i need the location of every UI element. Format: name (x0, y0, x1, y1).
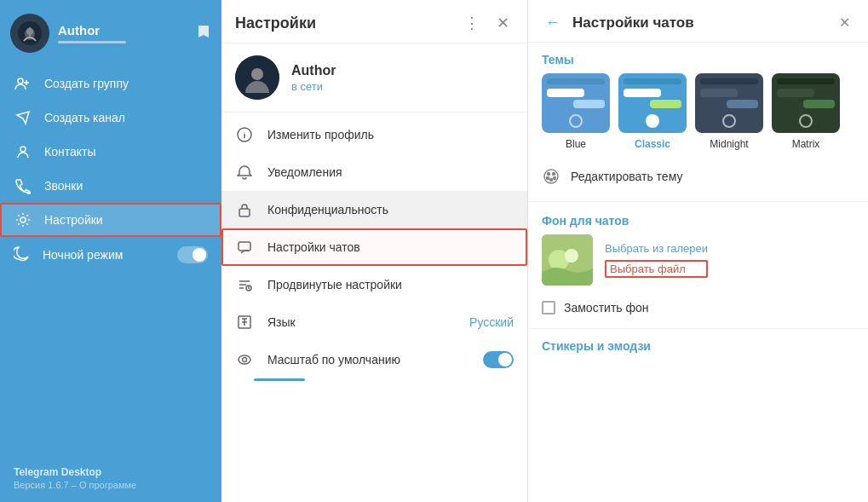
bg-row: Выбрать из галереи Выбрать файл (528, 234, 868, 296)
chat-settings-title: Настройки чатов (572, 14, 826, 32)
svg-point-17 (547, 177, 549, 180)
menu-label: Язык (267, 315, 456, 329)
theme-matrix-label: Matrix (792, 138, 820, 150)
themes-section-label: Темы (528, 43, 868, 73)
sidebar-bottom: Telegram Desktop Версия 1.6.7 – О програ… (0, 458, 221, 502)
gallery-link[interactable]: Выбрать из галереи (605, 242, 708, 255)
chat-settings-header: ← Настройки чатов ✕ (528, 0, 868, 43)
svg-rect-9 (239, 242, 250, 251)
menu-label: Уведомления (267, 165, 514, 179)
settings-header-actions: ⋮ ✕ (460, 12, 514, 34)
sidebar-item-create-channel[interactable]: Создать канал (0, 101, 221, 135)
svg-point-12 (239, 355, 250, 364)
sidebar-item-create-group[interactable]: Создать группу (0, 66, 221, 101)
eye-icon (235, 350, 254, 369)
bg-thumbnail (542, 234, 593, 286)
menu-label: Продвинутые настройки (267, 278, 514, 291)
svg-point-1 (26, 28, 33, 35)
menu-label: Масштаб по умолчанию (267, 353, 469, 366)
edit-theme-label: Редактировать тему (571, 170, 682, 183)
stickers-section-label: Стикеры и эмодзи (528, 332, 868, 356)
sidebar-item-label: Ночной режим (43, 248, 123, 262)
sidebar-item-label: Настройки (44, 213, 103, 227)
sidebar-item-night-mode[interactable]: Ночной режим (0, 237, 221, 272)
menu-item-privacy[interactable]: Конфиденциальность (221, 191, 527, 228)
sidebar-item-label: Контакты (44, 145, 95, 159)
profile-info: Author в сети (291, 63, 336, 93)
night-mode-toggle[interactable] (177, 246, 208, 263)
file-link[interactable]: Выбрать файл (605, 260, 708, 278)
sidebar-user-info: Author (58, 23, 187, 43)
advanced-icon (235, 275, 254, 294)
bg-section-label: Фон для чатов (528, 205, 868, 234)
svg-point-6 (251, 68, 263, 80)
profile-status: в сети (291, 80, 336, 93)
sidebar-item-contacts[interactable]: Контакты (0, 135, 221, 169)
menu-item-language[interactable]: Язык Русский (221, 303, 527, 341)
theme-classic-preview (618, 73, 687, 133)
svg-point-16 (553, 173, 555, 176)
group-icon (14, 74, 32, 93)
palette-icon (542, 167, 560, 186)
profile-section[interactable]: Author в сети (221, 43, 527, 113)
theme-midnight-label: Midnight (710, 138, 748, 150)
back-button[interactable]: ← (542, 12, 564, 33)
profile-name: Author (291, 63, 336, 78)
bookmark-icon[interactable] (196, 24, 211, 43)
calls-icon (14, 176, 32, 195)
svg-point-15 (548, 173, 550, 176)
scale-toggle[interactable] (483, 351, 514, 368)
menu-label: Изменить профиль (267, 128, 514, 141)
sidebar-status-bar (58, 41, 126, 43)
theme-matrix[interactable]: Matrix (772, 73, 840, 150)
lock-icon (235, 200, 254, 219)
menu-item-advanced[interactable]: Продвинутые настройки (221, 266, 527, 303)
bg-actions: Выбрать из галереи Выбрать файл (605, 242, 708, 278)
svg-point-3 (20, 147, 26, 152)
sidebar-item-settings[interactable]: Настройки (0, 203, 221, 237)
menu-item-edit-profile[interactable]: Изменить профиль (221, 116, 527, 153)
app-version: Версия 1.6.7 – О программе (14, 480, 208, 490)
settings-more-button[interactable]: ⋮ (460, 12, 484, 34)
divider-2 (528, 328, 868, 329)
language-value: Русский (469, 315, 514, 329)
settings-menu: Изменить профиль Уведомления Конфиденциа… (221, 113, 527, 502)
sidebar-profile: Author (0, 0, 221, 61)
settings-title: Настройки (235, 14, 316, 32)
menu-item-scale[interactable]: Масштаб по умолчанию (221, 341, 527, 378)
profile-avatar (235, 55, 279, 100)
moon-icon (14, 245, 31, 264)
tile-checkbox[interactable] (542, 301, 555, 314)
theme-classic-label: Classic (635, 138, 670, 150)
theme-matrix-preview (772, 73, 840, 133)
sidebar-nav: Создать группу Создать канал Контакты (0, 61, 221, 458)
app-name: Telegram Desktop (14, 466, 208, 478)
menu-item-chat-settings[interactable]: Настройки чатов (221, 228, 527, 266)
svg-point-13 (243, 358, 247, 362)
sidebar: Author Создать группу (0, 0, 221, 502)
theme-midnight[interactable]: Midnight (695, 73, 763, 150)
svg-point-22 (565, 249, 578, 263)
theme-blue-label: Blue (566, 138, 586, 150)
close-button[interactable]: ✕ (835, 13, 854, 32)
theme-midnight-preview (695, 73, 763, 133)
tile-label: Замостить фон (564, 301, 649, 314)
chat-icon (235, 238, 254, 257)
theme-classic[interactable]: Classic (618, 73, 687, 150)
avatar (10, 14, 49, 53)
settings-close-button[interactable]: ✕ (492, 12, 514, 34)
menu-item-notifications[interactable]: Уведомления (221, 153, 527, 191)
info-icon (235, 125, 254, 144)
svg-point-2 (18, 78, 23, 84)
theme-blue[interactable]: Blue (542, 73, 610, 150)
settings-icon (14, 211, 32, 229)
sidebar-item-label: Создать канал (44, 111, 125, 124)
menu-label: Настройки чатов (267, 240, 514, 254)
themes-grid: Blue Classic (528, 73, 868, 160)
edit-theme-row[interactable]: Редактировать тему (528, 160, 868, 198)
bell-icon (235, 163, 254, 182)
sidebar-item-calls[interactable]: Звонки (0, 169, 221, 203)
settings-header: Настройки ⋮ ✕ (221, 0, 527, 43)
chat-settings-panel: ← Настройки чатов ✕ Темы Blue (528, 0, 868, 502)
tile-checkbox-row[interactable]: Замостить фон (528, 296, 868, 325)
